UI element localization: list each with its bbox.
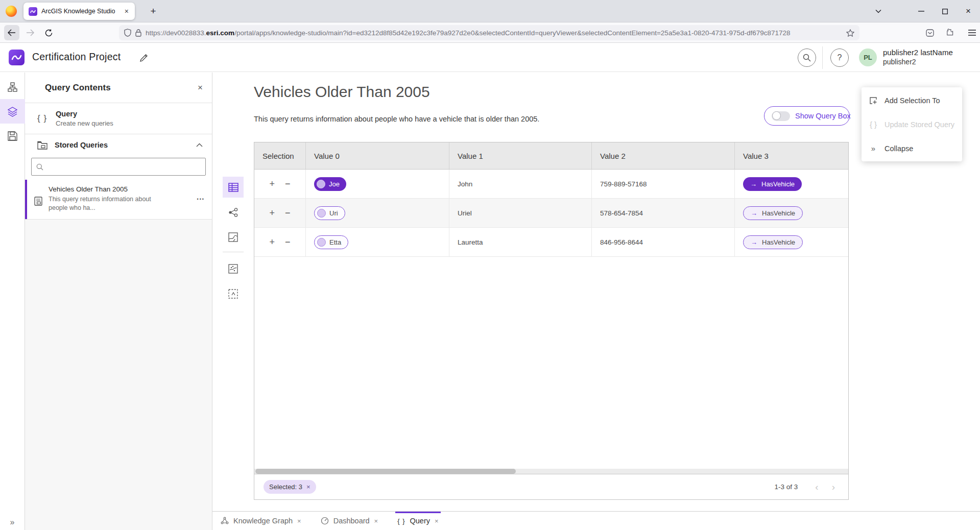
edit-pencil-icon[interactable]: [137, 51, 150, 64]
clear-selection-icon[interactable]: ×: [306, 483, 310, 491]
query-item-title: Query: [56, 110, 113, 118]
arrow-right-icon: →: [751, 209, 757, 217]
saved-items-icon[interactable]: [0, 124, 25, 148]
panel-empty-area: [25, 220, 212, 530]
refresh-icon[interactable]: [41, 25, 56, 40]
folder-icon: [37, 141, 47, 150]
remove-from-selection-icon[interactable]: −: [285, 208, 291, 218]
menu-item-update-stored-query[interactable]: { } Update Stored Query: [862, 112, 962, 136]
stored-query-item[interactable]: Vehicles Older Than 2005 This query retu…: [25, 180, 212, 220]
horizontal-scrollbar[interactable]: [254, 469, 848, 474]
add-to-selection-icon[interactable]: +: [269, 237, 275, 247]
stored-queries-header: Stored Queries: [25, 135, 212, 155]
link-chart-icon[interactable]: [223, 202, 244, 223]
window-minimize-icon[interactable]: [910, 0, 933, 22]
hamburger-menu-icon[interactable]: [964, 25, 979, 40]
tab-close-icon[interactable]: ×: [435, 517, 439, 525]
tab-close-icon[interactable]: ×: [374, 517, 378, 525]
table-row: + − Etta Lauretta 846-956-8644 →HasVehic…: [254, 228, 848, 257]
add-to-selection-icon[interactable]: +: [269, 179, 275, 188]
menu-item-add-selection-to[interactable]: Add Selection To: [862, 88, 962, 112]
remove-from-selection-icon[interactable]: −: [285, 179, 291, 188]
tab-dashboard[interactable]: Dashboard ×: [319, 512, 380, 530]
forward-icon[interactable]: [22, 25, 38, 40]
left-icon-rail: »: [0, 73, 25, 530]
page-prev-icon[interactable]: ‹: [815, 482, 818, 492]
add-to-selection-icon[interactable]: +: [269, 208, 275, 218]
cell-phone: 846-956-8644: [591, 228, 734, 256]
table-view-icon[interactable]: [223, 177, 244, 198]
column-header: Selection: [254, 142, 305, 169]
braces-icon: { }: [397, 517, 405, 525]
window-controls: ×: [867, 0, 980, 22]
tab-close-icon[interactable]: ×: [297, 517, 301, 525]
new-query-item[interactable]: { } Query Create new queries: [25, 103, 212, 134]
arrow-right-icon: →: [751, 238, 757, 246]
search-icon[interactable]: [798, 49, 816, 67]
entity-dot-icon: [317, 180, 325, 188]
bookmark-star-icon[interactable]: [846, 29, 854, 37]
collapse-section-chevron-icon[interactable]: [196, 143, 203, 147]
stored-query-title: Vehicles Older Than 2005: [49, 185, 158, 193]
query-item-subtitle: Create new queries: [56, 119, 113, 127]
url-text[interactable]: https://dev0028833.esri.com/portal/apps/…: [146, 29, 842, 37]
browser-tab[interactable]: ArcGIS Knowledge Studio ×: [23, 3, 135, 20]
new-tab-button[interactable]: +: [146, 4, 160, 18]
search-input[interactable]: [47, 163, 201, 171]
url-bar[interactable]: https://dev0028833.esri.com/portal/apps/…: [119, 25, 859, 40]
map-selection-icon[interactable]: [223, 258, 244, 279]
firefox-icon[interactable]: [6, 6, 17, 17]
page-next-icon[interactable]: ›: [832, 482, 835, 492]
query-contents-panel: Query Contents × { } Query Create new qu…: [25, 73, 212, 530]
results-table: Selection Value 0 Value 1 Value 2 Value …: [254, 142, 849, 500]
remove-from-selection-icon[interactable]: −: [285, 237, 291, 247]
select-tool-icon[interactable]: [223, 283, 244, 304]
help-icon[interactable]: ?: [830, 49, 849, 67]
arcgis-knowledge-logo: [9, 50, 25, 65]
menu-item-collapse[interactable]: » Collapse: [862, 136, 962, 160]
view-tab-bar: Knowledge Graph × Dashboard × { } Query …: [212, 511, 980, 530]
entity-chip[interactable]: Uri: [314, 206, 345, 220]
toolbar-divider: [223, 252, 244, 252]
entity-dot-icon: [317, 238, 326, 247]
show-query-box-toggle[interactable]: Show Query Box: [764, 106, 850, 126]
user-username: publisher2: [883, 57, 953, 67]
avatar[interactable]: PL: [859, 49, 877, 66]
tab-query[interactable]: { } Query ×: [395, 512, 440, 530]
lock-icon[interactable]: [135, 29, 141, 37]
relationship-chip[interactable]: →HasVehicle: [743, 235, 803, 249]
contents-layers-icon[interactable]: [0, 99, 25, 124]
item-options-ellipsis-icon[interactable]: •••: [197, 197, 205, 212]
shield-icon[interactable]: [124, 29, 131, 37]
pocket-icon[interactable]: [922, 25, 938, 40]
toggle-switch[interactable]: [772, 111, 790, 121]
context-menu: Add Selection To { } Update Stored Query…: [862, 87, 962, 161]
window-maximize-icon[interactable]: [933, 0, 957, 22]
relationship-chip[interactable]: →HasVehicle: [743, 206, 803, 220]
stored-queries-searchbox[interactable]: [31, 158, 206, 176]
map-view-icon[interactable]: [223, 227, 244, 248]
extensions-puzzle-icon[interactable]: [943, 25, 958, 40]
tab-list-chevron-icon[interactable]: [867, 0, 890, 22]
column-header: Value 3: [734, 142, 848, 169]
tab-knowledge-graph[interactable]: Knowledge Graph ×: [219, 512, 303, 530]
expand-rail-icon[interactable]: »: [10, 518, 15, 527]
scrollbar-thumb[interactable]: [255, 469, 516, 474]
cell-name: Uriel: [449, 199, 591, 227]
back-icon[interactable]: [4, 25, 19, 40]
project-title: Certification Project: [32, 51, 121, 63]
column-header: Value 1: [449, 142, 591, 169]
header-divider: [822, 46, 823, 69]
relationship-chip[interactable]: →HasVehicle: [743, 177, 802, 191]
table-footer: Selected: 3 × 1-3 of 3 ‹ ›: [254, 474, 848, 499]
panel-title: Query Contents: [45, 83, 198, 93]
tab-close-icon[interactable]: ×: [124, 7, 130, 15]
entity-chip[interactable]: Joe: [314, 177, 346, 191]
browser-window: ArcGIS Knowledge Studio × + ×: [0, 0, 980, 530]
entity-chip[interactable]: Etta: [314, 235, 348, 249]
toggle-label: Show Query Box: [795, 112, 851, 120]
arcgis-favicon-icon: [29, 7, 37, 16]
window-close-icon[interactable]: ×: [957, 0, 980, 22]
data-model-tree-icon[interactable]: [0, 75, 25, 99]
panel-close-icon[interactable]: ×: [198, 83, 203, 93]
